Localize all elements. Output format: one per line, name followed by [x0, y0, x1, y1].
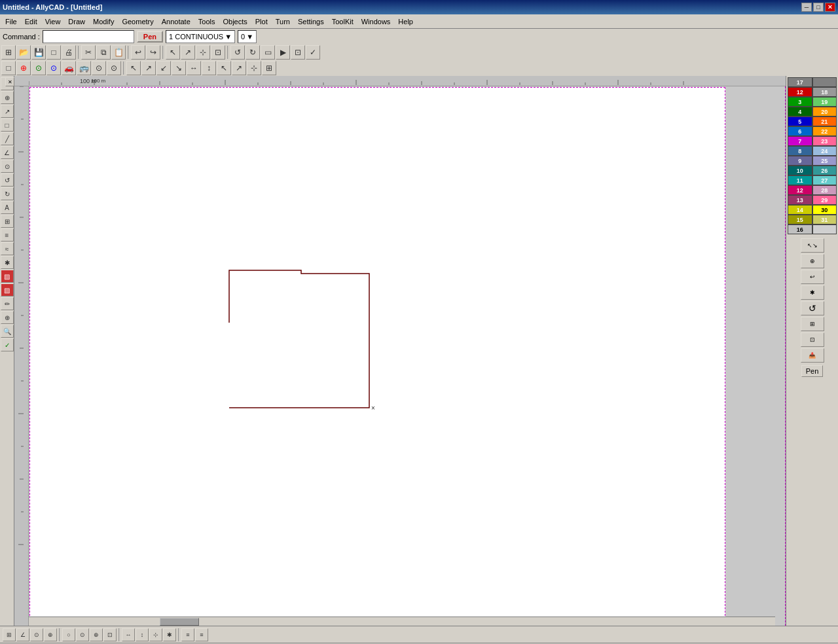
close-left-panel[interactable]: ✕ — [5, 77, 14, 86]
left-tool-rotate-ccw[interactable]: ↻ — [1, 187, 14, 200]
tool2-a8[interactable]: ↗ — [232, 61, 246, 75]
menu-modify[interactable]: Modify — [89, 16, 118, 27]
layer-7[interactable]: 7 — [788, 136, 812, 146]
layer-29[interactable]: 29 — [812, 195, 837, 205]
pen-label-box[interactable]: Pen — [801, 365, 824, 377]
tool-zoom-prev[interactable]: ↺ — [230, 45, 245, 60]
snap-13[interactable]: ≡ — [181, 628, 194, 641]
tool-print[interactable]: 🖨 — [62, 45, 76, 60]
layer-28[interactable]: 28 — [812, 185, 837, 195]
snap-4[interactable]: ⊕ — [44, 628, 57, 641]
layer-12[interactable]: 12 — [788, 185, 812, 195]
close-button[interactable]: ✕ — [825, 3, 835, 12]
minimize-button[interactable]: ─ — [801, 3, 812, 12]
layer-27[interactable]: 27 — [812, 175, 837, 185]
menu-edit[interactable]: Edit — [21, 16, 41, 27]
menu-settings[interactable]: Settings — [294, 16, 328, 27]
layer-31[interactable]: 31 — [812, 215, 837, 224]
snap-6[interactable]: ⊙ — [76, 628, 89, 641]
left-tool-fill[interactable]: ▨ — [1, 270, 14, 283]
left-tool-arc[interactable]: ∠ — [1, 146, 14, 159]
right-tool-5[interactable]: ⊞ — [801, 317, 824, 331]
left-tool-node[interactable]: ⊕ — [1, 91, 14, 104]
tool2-a6[interactable]: ↕ — [202, 61, 216, 75]
layer-21[interactable]: 21 — [812, 116, 837, 126]
layer-5[interactable]: 5 — [788, 116, 812, 126]
tool-save[interactable]: 💾 — [31, 45, 46, 60]
canvas-viewport[interactable]: × — [29, 86, 786, 626]
layer-30[interactable]: 30 — [812, 205, 837, 215]
h-scrollbar[interactable] — [29, 617, 775, 626]
tool-select[interactable]: ↖ — [166, 45, 180, 60]
layer-12-red[interactable]: 12 — [788, 87, 812, 97]
menu-tools[interactable]: Tools — [194, 16, 219, 27]
tool2-a3[interactable]: ↙ — [156, 61, 171, 75]
right-tool-2[interactable]: ⊕ — [801, 254, 824, 268]
menu-plot[interactable]: Plot — [251, 16, 272, 27]
tool-redo[interactable]: ↪ — [146, 45, 160, 60]
menu-help[interactable]: Help — [394, 16, 417, 27]
menu-view[interactable]: View — [41, 16, 65, 27]
menu-turn[interactable]: Turn — [272, 16, 294, 27]
snap-3[interactable]: ⊙ — [30, 628, 43, 641]
drawing-area[interactable]: × — [14, 86, 786, 626]
left-tool-table[interactable]: ⊞ — [1, 215, 14, 228]
layer-20[interactable]: 20 — [812, 107, 837, 116]
layer-10[interactable]: 10 — [788, 166, 812, 175]
right-tool-7[interactable]: 📥 — [801, 348, 824, 363]
left-tool-hatch[interactable]: ≈ — [1, 242, 14, 255]
tool-snap2[interactable]: ⊡ — [211, 45, 225, 60]
layer-4[interactable]: 4 — [788, 107, 812, 116]
tool-save2[interactable]: □ — [46, 45, 61, 60]
snap-9[interactable]: ↔ — [122, 628, 135, 641]
left-tool-rect[interactable]: □ — [1, 118, 14, 132]
tool-pan[interactable]: ▭ — [261, 45, 275, 60]
left-tool-list[interactable]: ≡ — [1, 228, 14, 241]
tool2-a9[interactable]: ⊹ — [247, 61, 261, 75]
right-tool-6[interactable]: ⊡ — [801, 332, 824, 347]
tool-zoom-in[interactable]: ▶ — [276, 45, 290, 60]
right-tool-refresh[interactable]: ↺ — [801, 301, 824, 315]
left-tool-rotate-cw[interactable]: ↺ — [1, 173, 14, 187]
pen-button[interactable]: Pen — [137, 31, 163, 43]
snap-14[interactable]: ≡ — [195, 628, 208, 641]
layer-18[interactable]: 18 — [812, 87, 837, 97]
layer-25[interactable]: 25 — [812, 156, 837, 166]
tool2-a1[interactable]: ↖ — [126, 61, 141, 75]
right-tool-4[interactable]: ✱ — [801, 285, 824, 300]
tool2-snap2[interactable]: ⊕ — [16, 61, 31, 75]
layer-17[interactable]: 17 — [788, 77, 812, 87]
tool2-a4[interactable]: ↘ — [172, 61, 186, 75]
left-tool-polygon[interactable]: ▨ — [1, 283, 14, 296]
snap-7[interactable]: ⊕ — [90, 628, 103, 641]
tool2-snap5[interactable]: 🚗 — [62, 61, 76, 75]
tool-copy[interactable]: ⧉ — [96, 45, 111, 60]
h-scrollbar-thumb[interactable] — [160, 618, 199, 626]
left-tool-polyline[interactable]: ↗ — [1, 105, 14, 118]
menu-geometry[interactable]: Geometry — [118, 16, 157, 27]
tool-cut[interactable]: ✂ — [81, 45, 96, 60]
tool-select2[interactable]: ↗ — [181, 45, 195, 60]
tool2-a10[interactable]: ⊞ — [262, 61, 276, 75]
left-tool-pattern[interactable]: ✱ — [1, 256, 14, 269]
left-tool-confirm[interactable]: ✓ — [1, 338, 14, 351]
tool2-snap6[interactable]: 🚌 — [77, 61, 91, 75]
left-tool-pen[interactable]: ✏ — [1, 297, 14, 310]
layer-22[interactable]: 22 — [812, 126, 837, 136]
tool-paste[interactable]: 📋 — [111, 45, 126, 60]
tool-zoom-next[interactable]: ↻ — [246, 45, 260, 60]
layer-color-17[interactable] — [812, 77, 837, 87]
snap-10[interactable]: ↕ — [136, 628, 149, 641]
command-input[interactable] — [43, 30, 134, 43]
tool-snap[interactable]: ⊹ — [196, 45, 210, 60]
tool2-snap1[interactable]: □ — [1, 61, 16, 75]
layer-11[interactable]: 11 — [788, 175, 812, 185]
layer-9[interactable]: 9 — [788, 156, 812, 166]
menu-draw[interactable]: Draw — [64, 16, 89, 27]
snap-angle[interactable]: ∠ — [16, 628, 29, 641]
tool2-a7[interactable]: ↖ — [217, 61, 231, 75]
left-tool-zoom-obj[interactable]: ⊕ — [1, 311, 14, 324]
snap-8[interactable]: ⊡ — [103, 628, 117, 641]
left-tool-circle[interactable]: ⊙ — [1, 160, 14, 173]
layer-19[interactable]: 19 — [812, 97, 837, 107]
